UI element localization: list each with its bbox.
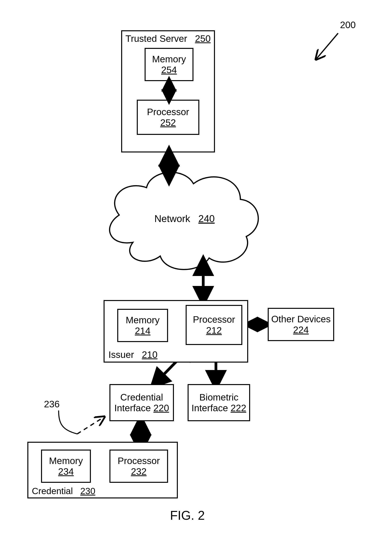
processor-212-block: Processor 212 (186, 305, 242, 345)
svg-line-10 (77, 417, 103, 434)
credential-label: Credential (32, 486, 73, 496)
processor-212-label: Processor (193, 314, 235, 325)
memory-234-ref: 234 (58, 466, 74, 477)
figure-label: FIG. 2 (170, 508, 205, 523)
issuer-label-row: Issuer 210 (108, 349, 158, 360)
memory-214-ref: 214 (135, 325, 150, 336)
leader-236-label: 236 (44, 399, 60, 409)
system-ref-number: 200 (340, 19, 356, 30)
processor-212-ref: 212 (206, 325, 222, 336)
credential-interface-ref: 220 (153, 403, 169, 413)
issuer-ref: 210 (142, 350, 158, 360)
trusted-server-label: Trusted Server (126, 33, 187, 44)
network-ref: 240 (198, 213, 215, 224)
memory-214-label: Memory (126, 315, 159, 325)
memory-234-label: Memory (49, 455, 83, 466)
network-label: Network (154, 213, 190, 224)
memory-254-block: Memory 254 (145, 48, 193, 81)
network-label-row: Network 240 (154, 213, 215, 224)
other-devices-label: Other Devices (271, 314, 331, 324)
credential-interface-lbl1: Credential (120, 392, 163, 403)
processor-252-ref: 252 (160, 117, 176, 128)
biometric-interface-lbl2-row: Interface 222 (191, 403, 246, 413)
svg-line-9 (317, 33, 338, 59)
memory-214-block: Memory 214 (117, 309, 168, 342)
other-devices-block: Other Devices 224 (268, 308, 334, 341)
credential-label-row: Credential 230 (32, 486, 95, 496)
credential-ref: 230 (80, 486, 95, 496)
trusted-server-label-row: Trusted Server 250 (126, 33, 211, 44)
processor-252-label: Processor (147, 107, 189, 117)
biometric-interface-ref: 222 (231, 403, 246, 413)
trusted-server-ref: 250 (195, 33, 211, 44)
memory-234-block: Memory 234 (41, 450, 91, 483)
other-devices-ref: 224 (293, 324, 309, 335)
memory-254-label: Memory (152, 54, 186, 65)
processor-232-label: Processor (118, 455, 160, 466)
biometric-interface-lbl1: Biometric (199, 392, 238, 403)
credential-interface-lbl2-row: Interface 220 (114, 403, 169, 413)
processor-252-block: Processor 252 (137, 100, 199, 135)
biometric-interface-block: Biometric Interface 222 (188, 384, 250, 421)
processor-232-block: Processor 232 (109, 450, 168, 483)
processor-232-ref: 232 (131, 466, 147, 477)
credential-interface-block: Credential Interface 220 (109, 384, 174, 421)
memory-254-ref: 254 (161, 65, 177, 75)
issuer-label: Issuer (108, 350, 134, 360)
